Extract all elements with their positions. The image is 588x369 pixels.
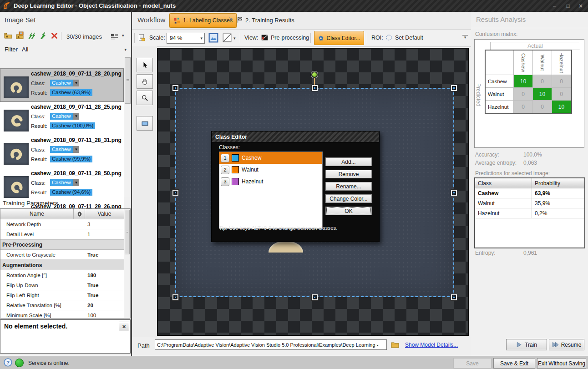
add-folder-button[interactable]: [15, 31, 25, 40]
class-editor-dialog-title[interactable]: Class Editor: [212, 131, 379, 142]
image-thumbnail: [4, 143, 29, 165]
class-value-chip[interactable]: Cashew: [50, 80, 73, 86]
mark-samples-icon[interactable]: [27, 31, 37, 40]
class-list-item[interactable]: 1Cashew: [219, 152, 322, 164]
image-canvas[interactable]: Class Editor Classes: 1Cashew2Walnut3Haz…: [157, 48, 469, 336]
param-name: Flip Up-Down: [0, 283, 73, 288]
image-list[interactable]: cashew_2018_09_07-11_28_20.pngClass:Cash…: [0, 68, 124, 210]
class-editor-gear-icon: [318, 35, 324, 41]
save-and-exit-button[interactable]: Save & Exit: [493, 358, 535, 369]
rename-button[interactable]: Rename...: [325, 182, 372, 191]
param-row[interactable]: Detail Level1: [0, 229, 124, 239]
param-row[interactable]: Relative Translation [%]20: [0, 300, 124, 310]
predictions-label: Predictions for selected image:: [475, 170, 550, 177]
select-tool-button[interactable]: [137, 58, 153, 72]
params-value-header[interactable]: Value: [85, 209, 124, 219]
class-color-swatch: [232, 154, 239, 162]
image-list-item[interactable]: cashew_2018_09_07-11_28_25.pngClass:Cash…: [0, 102, 124, 135]
filter-select[interactable]: All ▾: [22, 45, 127, 54]
selection-info-close-button[interactable]: ×: [119, 322, 129, 331]
minimize-button[interactable]: –: [548, 1, 560, 10]
remove-button[interactable]: Remove: [325, 170, 372, 178]
resize-handle-se[interactable]: [451, 294, 457, 300]
param-value: 180: [84, 273, 124, 278]
image-list-item[interactable]: cashew_2018_09_07-11_28_31.pngClass:Cash…: [0, 135, 124, 168]
browse-folder-button[interactable]: [390, 339, 400, 350]
rectangle-roi-tool-button[interactable]: [137, 116, 153, 131]
preprocessing-icon[interactable]: [261, 34, 269, 43]
resize-handle-n[interactable]: [312, 85, 318, 91]
resume-button[interactable]: Resume: [549, 339, 584, 350]
resize-handle-s[interactable]: [312, 294, 318, 300]
service-status-icon: [15, 359, 24, 367]
rotation-handle[interactable]: [311, 71, 318, 78]
param-row[interactable]: Minimum Scale [%]100: [0, 310, 124, 318]
class-value-chip[interactable]: Cashew: [50, 179, 73, 186]
selection-info-box: No element selected. ×: [0, 319, 131, 354]
class-list[interactable]: 1Cashew2Walnut3Hazelnut: [219, 152, 323, 229]
view-mode-icon[interactable]: [109, 32, 119, 41]
annotations-icon[interactable]: [138, 34, 146, 43]
remove-image-icon[interactable]: [49, 31, 59, 40]
preprocessing-label[interactable]: Pre-processing: [271, 35, 309, 41]
scale-combobox[interactable]: 94 % ▾: [167, 33, 205, 44]
train-button[interactable]: Train: [506, 339, 547, 350]
play-icon: [516, 342, 522, 348]
path-input[interactable]: C:\ProgramData\Adaptive Vision\Adaptive …: [155, 339, 387, 350]
class-dropdown-button[interactable]: ▼: [73, 146, 80, 153]
param-row[interactable]: Rotation Angle [°]180: [0, 270, 124, 280]
save-button[interactable]: Save: [453, 358, 492, 369]
class-value-chip[interactable]: Cashew: [50, 113, 73, 120]
close-button[interactable]: ×: [575, 1, 587, 10]
add-button[interactable]: Add...: [325, 157, 372, 166]
toolbar-overflow-icon[interactable]: ▾: [462, 35, 468, 40]
pan-tool-button[interactable]: [137, 74, 153, 89]
param-row[interactable]: Network Depth3: [0, 219, 124, 229]
class-list-item[interactable]: 3Hazelnut: [219, 176, 322, 187]
resize-handle-e[interactable]: [451, 190, 457, 196]
params-name-header[interactable]: Name: [0, 209, 74, 219]
zoom-tool-button[interactable]: [137, 91, 153, 105]
class-dropdown-button[interactable]: ▼: [73, 179, 80, 186]
resize-handle-ne[interactable]: [451, 85, 457, 91]
class-editor-button[interactable]: Class Editor...: [314, 31, 364, 45]
cmx-row: Walnut0100: [486, 88, 571, 101]
tab-labeling-classes[interactable]: 1. Labeling Classes: [169, 13, 237, 28]
view-mode-dropdown-icon[interactable]: ▾: [122, 33, 124, 38]
maximize-button[interactable]: □: [562, 1, 574, 10]
scale-dropdown-icon: ▾: [200, 36, 204, 40]
path-label: Path: [137, 342, 150, 349]
cmx-cell: 10: [552, 101, 571, 113]
resize-handle-w[interactable]: [172, 190, 178, 196]
class-dropdown-button[interactable]: ▼: [73, 80, 80, 86]
fit-to-window-icon[interactable]: [208, 33, 218, 44]
param-row[interactable]: Flip Up-DownTrue: [0, 280, 124, 290]
param-name: Relative Translation [%]: [0, 303, 73, 308]
param-name: Flip Left-Right: [0, 293, 73, 298]
params-scrollbar[interactable]: [124, 208, 131, 318]
image-list-scrollbar[interactable]: [124, 56, 131, 197]
resize-handle-nw[interactable]: [172, 85, 178, 91]
tab-training-results[interactable]: 2. Training Results: [245, 17, 294, 24]
change-color-button[interactable]: Change Color...: [325, 194, 372, 203]
class-dropdown-button[interactable]: ▼: [73, 113, 80, 120]
actual-size-icon[interactable]: [222, 33, 232, 44]
show-model-details-link[interactable]: Show Model Details...: [405, 342, 458, 348]
param-row[interactable]: Flip Left-RightTrue: [0, 290, 124, 300]
help-icon[interactable]: ?: [4, 358, 12, 368]
mark-single-sample-icon[interactable]: [38, 31, 48, 40]
ok-button[interactable]: OK: [325, 207, 372, 215]
image-list-item[interactable]: cashew_2018_09_07-11_28_20.pngClass:Cash…: [0, 69, 124, 102]
predictions-header: Class Probability: [475, 178, 584, 188]
zoom-dropdown-icon[interactable]: ▾: [233, 36, 236, 40]
class-list-item[interactable]: 2Walnut: [219, 164, 322, 176]
set-default-roi[interactable]: Set Default: [395, 35, 423, 41]
class-index-badge: 1: [221, 154, 229, 162]
param-row[interactable]: Convert to GrayscaleTrue: [0, 250, 124, 260]
image-list-item[interactable]: cashew_2018_09_07-11_28_50.pngClass:Cash…: [0, 168, 124, 202]
add-images-button[interactable]: [3, 31, 13, 40]
class-value-chip[interactable]: Cashew: [50, 146, 73, 153]
params-gear-header[interactable]: [74, 209, 85, 219]
resize-handle-sw[interactable]: [172, 294, 178, 300]
exit-without-saving-button[interactable]: Exit Without Saving: [537, 358, 586, 369]
